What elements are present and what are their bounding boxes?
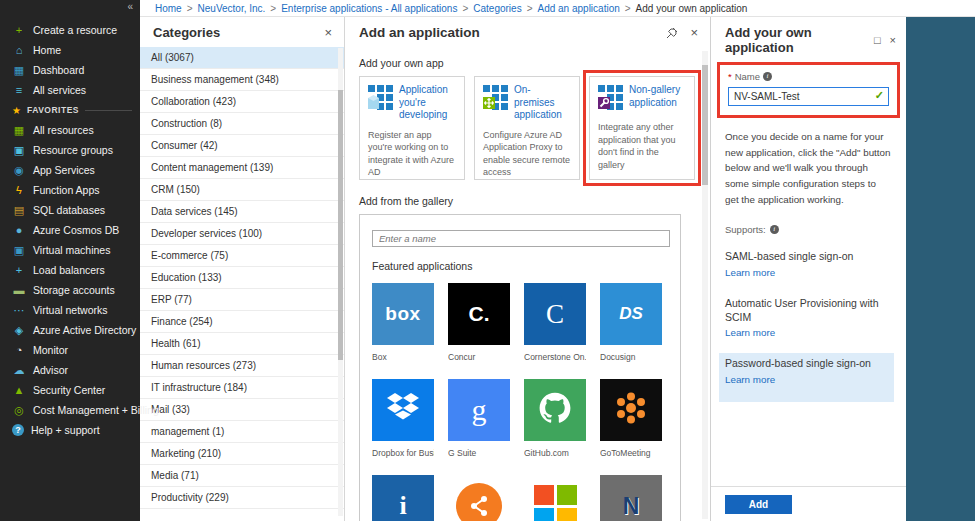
category-item-data-services-145[interactable]: Data services (145) [140, 201, 344, 223]
sidebar-item-function-apps[interactable]: ϟFunction Apps [0, 180, 140, 200]
app-logo-tile[interactable] [524, 379, 586, 441]
learn-more-link[interactable]: Learn more [725, 374, 775, 385]
gallery-scrollbar-thumb[interactable] [702, 65, 708, 185]
category-item-productivity-229[interactable]: Productivity (229) [140, 487, 344, 509]
app-services-icon: ◉ [12, 163, 26, 177]
category-item-business-management-348[interactable]: Business management (348) [140, 69, 344, 91]
gallery-app-gotomeeting[interactable]: GoToMeeting [600, 379, 662, 458]
close-icon[interactable]: × [890, 34, 896, 46]
sidebar-item-security-center[interactable]: ▲Security Center [0, 380, 140, 400]
sidebar-item-advisor[interactable]: ☁Advisor [0, 360, 140, 380]
breadcrumb-link-neuvector-inc[interactable]: NeuVector, Inc. [198, 3, 266, 14]
advisor-icon: ☁ [12, 363, 26, 377]
support-item-automatic-user-provisioning-with-scim: Automatic User Provisioning with SCIMLea… [719, 293, 894, 342]
category-item-it-infrastructure-184[interactable]: IT infrastructure (184) [140, 377, 344, 399]
card-application-developing[interactable]: Application you're developing Register a… [359, 76, 465, 180]
card-description: Configure Azure AD Application Proxy to … [483, 129, 571, 179]
breadcrumb-link-enterprise-applications-all-applications[interactable]: Enterprise applications - All applicatio… [281, 3, 457, 14]
sidebar-item-all-resources[interactable]: ▦All resources [0, 120, 140, 140]
gallery-app-concur[interactable]: C.Concur [448, 283, 510, 362]
app-logo-tile[interactable] [524, 475, 586, 521]
featured-applications-grid: boxBoxC.ConcurCCornerstone On...DSDocusi… [372, 283, 668, 521]
featured-applications-label: Featured applications [372, 260, 668, 272]
category-item-erp-77[interactable]: ERP (77) [140, 289, 344, 311]
sidebar-item-create-a-resource[interactable]: +Create a resource [0, 20, 140, 40]
gallery-scrollbar [702, 51, 708, 519]
category-item-consumer-42[interactable]: Consumer (42) [140, 135, 344, 157]
category-item-health-61[interactable]: Health (61) [140, 333, 344, 355]
details-body: Once you decide on a name for your new a… [711, 118, 906, 402]
app-logo-tile[interactable]: N [600, 475, 662, 521]
app-logo-tile[interactable]: C. [448, 283, 510, 345]
sidebar-item-azure-cosmos-db[interactable]: ●Azure Cosmos DB [0, 220, 140, 240]
sidebar-item-azure-active-directory[interactable]: ◈Azure Active Directory [0, 320, 140, 340]
learn-more-link[interactable]: Learn more [725, 327, 775, 338]
add-application-panel: Add an application × Add your own app Ap… [345, 17, 710, 521]
gallery-app-item[interactable]: i [372, 475, 434, 521]
search-input[interactable] [372, 230, 670, 247]
category-item-content-management-139[interactable]: Content management (139) [140, 157, 344, 179]
gallery-app-item[interactable] [524, 475, 586, 521]
gallery-app-item[interactable]: N [600, 475, 662, 521]
category-item-management-1[interactable]: management (1) [140, 421, 344, 443]
card-on-premises[interactable]: On-premises application Configure Azure … [474, 76, 580, 180]
sidebar-item-storage-accounts[interactable]: ▬Storage accounts [0, 280, 140, 300]
maximize-icon[interactable]: □ [874, 34, 881, 46]
category-item-education-133[interactable]: Education (133) [140, 267, 344, 289]
add-button[interactable]: Add [725, 495, 792, 514]
sidebar-item-sql-databases[interactable]: ▤SQL databases [0, 200, 140, 220]
category-item-marketing-210[interactable]: Marketing (210) [140, 443, 344, 465]
microsoft-square [557, 485, 577, 505]
app-logo-tile[interactable] [372, 379, 434, 441]
categories-scrollbar-thumb[interactable] [338, 90, 343, 360]
app-logo-tile[interactable]: box [372, 283, 434, 345]
category-item-construction-8[interactable]: Construction (8) [140, 113, 344, 135]
sidebar-item-virtual-networks[interactable]: ⋯Virtual networks [0, 300, 140, 320]
sidebar-item-help-support[interactable]: ?Help + support [0, 420, 140, 440]
app-logo-tile[interactable]: DS [600, 283, 662, 345]
pin-icon[interactable] [666, 27, 678, 39]
sidebar-item-load-balancers[interactable]: +Load balancers [0, 260, 140, 280]
gallery-app-g-suite[interactable]: gG Suite [448, 379, 510, 458]
learn-more-link[interactable]: Learn more [725, 267, 775, 278]
category-item-media-71[interactable]: Media (71) [140, 465, 344, 487]
sidebar-item-monitor[interactable]: ◔Monitor [0, 340, 140, 360]
breadcrumb-link-home[interactable]: Home [155, 3, 182, 14]
category-item-crm-150[interactable]: CRM (150) [140, 179, 344, 201]
app-logo-text: C. [469, 302, 490, 326]
category-item-developer-services-100[interactable]: Developer services (100) [140, 223, 344, 245]
close-icon[interactable]: × [690, 28, 698, 38]
sidebar-collapse-icon[interactable]: « [127, 1, 133, 12]
card-description: Register an app you're working on to int… [368, 129, 456, 179]
category-item-finance-254[interactable]: Finance (254) [140, 311, 344, 333]
category-item-e-commerce-75[interactable]: E-commerce (75) [140, 245, 344, 267]
sidebar-item-dashboard[interactable]: ▦Dashboard [0, 60, 140, 80]
sidebar-item-all-services[interactable]: ≡All services [0, 80, 140, 100]
app-logo-tile[interactable] [448, 475, 510, 521]
app-logo-tile[interactable]: C [524, 283, 586, 345]
gallery-app-github-com[interactable]: GitHub.com [524, 379, 586, 458]
card-non-gallery[interactable]: Non-gallery application Integrate any ot… [589, 76, 695, 180]
gallery-app-docusign[interactable]: DSDocusign [600, 283, 662, 362]
sidebar-item-cost-management-billing[interactable]: ◎Cost Management + Billing [0, 400, 140, 420]
gallery-app-item[interactable] [448, 475, 510, 521]
breadcrumb-link-categories[interactable]: Categories [473, 3, 521, 14]
name-input[interactable] [728, 87, 889, 106]
close-icon[interactable]: × [324, 28, 332, 38]
app-logo-tile[interactable] [600, 379, 662, 441]
gallery-app-box[interactable]: boxBox [372, 283, 434, 362]
gallery-app-dropbox-for-busi[interactable]: Dropbox for Busi... [372, 379, 434, 458]
sidebar-item-virtual-machines[interactable]: ▣Virtual machines [0, 240, 140, 260]
gallery-app-cornerstone-on[interactable]: CCornerstone On... [524, 283, 586, 362]
app-logo-tile[interactable]: g [448, 379, 510, 441]
category-item-human-resources-273[interactable]: Human resources (273) [140, 355, 344, 377]
sidebar-item-app-services[interactable]: ◉App Services [0, 160, 140, 180]
category-item-all-3067[interactable]: All (3067) [140, 47, 344, 69]
own-app-cards: Application you're developing Register a… [359, 76, 697, 180]
breadcrumb-link-add-an-application[interactable]: Add an application [537, 3, 619, 14]
app-logo-tile[interactable]: i [372, 475, 434, 521]
sidebar-item-home[interactable]: ⌂Home [0, 40, 140, 60]
category-item-mail-33[interactable]: Mail (33) [140, 399, 344, 421]
sidebar-item-resource-groups[interactable]: ▣Resource groups [0, 140, 140, 160]
category-item-collaboration-423[interactable]: Collaboration (423) [140, 91, 344, 113]
